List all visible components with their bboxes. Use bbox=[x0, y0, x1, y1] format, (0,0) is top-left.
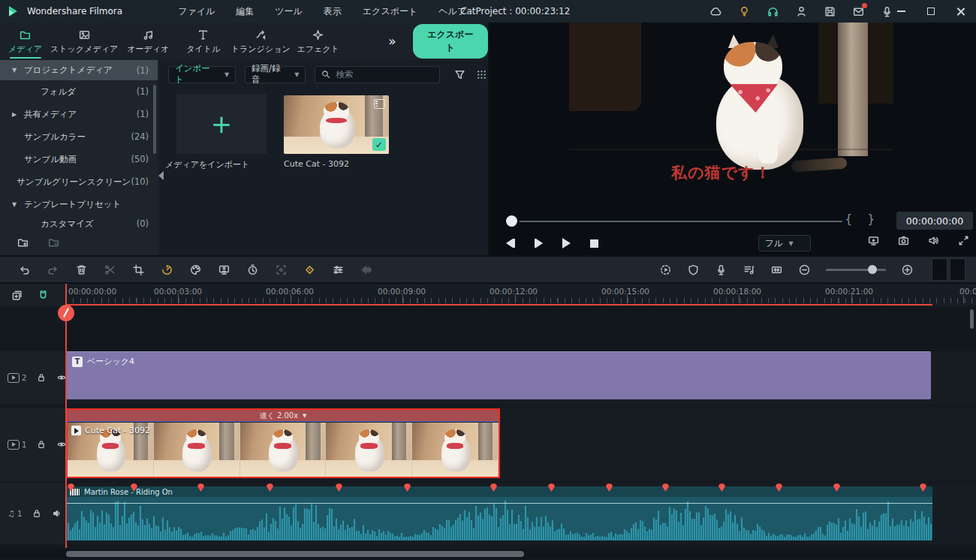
minimize-button[interactable] bbox=[886, 0, 916, 23]
zoom-in-icon[interactable] bbox=[901, 263, 914, 276]
voiceover-icon[interactable] bbox=[715, 263, 727, 276]
lock-icon[interactable] bbox=[36, 372, 47, 383]
media-item-cute-cat[interactable]: ✓ bbox=[284, 95, 389, 154]
account-icon[interactable] bbox=[795, 5, 808, 18]
tab-effects[interactable]: エフェクト bbox=[293, 23, 343, 60]
speed-badge[interactable]: 速く 2.00x ▼ bbox=[68, 410, 499, 422]
delete-folder-icon[interactable] bbox=[47, 236, 60, 249]
keyframe-icon[interactable] bbox=[303, 263, 316, 276]
clip-title-basic4[interactable]: T ベーシック4 bbox=[66, 351, 931, 399]
filter-icon[interactable] bbox=[453, 68, 466, 81]
search-box[interactable] bbox=[315, 66, 440, 83]
sidebar-item-sample-videos[interactable]: サンプル動画 (50) bbox=[0, 148, 158, 170]
save-icon[interactable] bbox=[824, 5, 836, 18]
snap-magnet-icon[interactable] bbox=[37, 289, 50, 302]
stop-button[interactable] bbox=[590, 239, 598, 248]
next-frame-button[interactable] bbox=[535, 239, 544, 248]
preview-zoom-dropdown[interactable]: フル▼ bbox=[758, 235, 811, 251]
timeline-h-scroll-thumb[interactable] bbox=[66, 551, 524, 557]
menu-export[interactable]: エクスポート bbox=[352, 5, 428, 18]
mask-icon[interactable] bbox=[687, 263, 700, 276]
maximize-button[interactable] bbox=[916, 0, 946, 23]
speaker-icon[interactable] bbox=[52, 508, 62, 519]
sidebar-item-customize[interactable]: カスタマイズ (0) bbox=[0, 215, 158, 232]
messages-icon[interactable] bbox=[852, 5, 865, 18]
chroma-key-icon[interactable] bbox=[218, 263, 230, 276]
track-video2-badge[interactable]: 2 bbox=[8, 373, 26, 383]
mark-out-button[interactable]: } bbox=[867, 212, 875, 226]
sidebar-item-project-media[interactable]: ▼ プロジェクトメディア (1) bbox=[0, 60, 158, 80]
seek-bar[interactable] bbox=[520, 221, 842, 222]
menu-view[interactable]: 表示 bbox=[313, 5, 352, 18]
marker-icon[interactable] bbox=[770, 263, 783, 276]
tab-transitions[interactable]: トランジション bbox=[228, 23, 293, 60]
seek-handle[interactable] bbox=[506, 215, 517, 227]
audio-stretch-icon[interactable] bbox=[360, 263, 373, 276]
speed-icon[interactable] bbox=[161, 263, 173, 276]
tab-audio[interactable]: オーディオ bbox=[118, 23, 178, 60]
cloud-icon[interactable] bbox=[709, 5, 722, 18]
clip-video-cute-cat-selected[interactable]: 速く 2.00x ▼ Cute Cat - 3092 bbox=[66, 408, 500, 478]
search-input[interactable] bbox=[336, 69, 426, 80]
snapshot-camera-icon[interactable] bbox=[897, 234, 910, 247]
volume-envelope-line[interactable] bbox=[66, 503, 932, 504]
sidebar-scrollbar[interactable] bbox=[153, 85, 156, 154]
sidebar-item-folder[interactable]: フォルダ (1) bbox=[0, 80, 158, 103]
zoom-out-icon[interactable] bbox=[798, 263, 811, 276]
new-folder-icon[interactable] bbox=[17, 236, 29, 249]
previous-frame-button[interactable] bbox=[506, 239, 515, 248]
play-button[interactable] bbox=[562, 238, 571, 248]
track-video1-badge[interactable]: 1 bbox=[8, 440, 26, 450]
timeline-ruler[interactable]: 00:00:00:00 00:00:03:00 00:00:06:00 00:0… bbox=[66, 284, 976, 306]
adjust-icon[interactable] bbox=[332, 263, 345, 276]
timeline-v-scroll-thumb[interactable] bbox=[970, 309, 974, 329]
fullscreen-icon[interactable] bbox=[957, 234, 970, 247]
sidebar-item-shared-media[interactable]: ▶ 共有メディア (1) bbox=[0, 103, 158, 125]
redo-icon[interactable] bbox=[47, 263, 59, 276]
menu-edit[interactable]: 編集 bbox=[225, 5, 264, 18]
tab-titles[interactable]: タイトル bbox=[178, 23, 228, 60]
clip-audio-martin-rose[interactable]: Martin Rose - Riding On bbox=[66, 486, 932, 540]
record-dropdown[interactable]: 録画/録音▼ bbox=[245, 66, 306, 83]
zoom-slider-handle[interactable] bbox=[868, 265, 877, 274]
duration-icon[interactable] bbox=[246, 263, 259, 276]
timeline-h-scrollbar[interactable] bbox=[0, 549, 976, 558]
timeline-layout-toggle-2[interactable] bbox=[950, 258, 965, 281]
library-panel: メディア ストックメディア オーディオ タイトル トランジション エフェクト »… bbox=[0, 23, 488, 255]
delete-icon[interactable] bbox=[75, 263, 88, 276]
cut-icon[interactable] bbox=[104, 263, 116, 276]
playhead-handle[interactable] bbox=[58, 305, 74, 321]
sidebar-item-sample-greenscreen[interactable]: サンプルグリーンスクリーン (10) bbox=[0, 170, 158, 193]
export-button[interactable]: エクスポート bbox=[413, 24, 488, 59]
color-icon[interactable] bbox=[189, 263, 202, 276]
dual-screen-icon[interactable] bbox=[867, 234, 880, 247]
render-preview-icon[interactable] bbox=[659, 263, 672, 276]
motion-tracking-icon[interactable] bbox=[275, 263, 288, 276]
grid-view-icon[interactable] bbox=[475, 68, 488, 81]
import-media-tile[interactable]: + bbox=[176, 94, 267, 154]
close-button[interactable] bbox=[946, 0, 976, 23]
undo-icon[interactable] bbox=[18, 263, 31, 276]
import-dropdown[interactable]: インポート▼ bbox=[168, 66, 236, 83]
tips-bulb-icon[interactable] bbox=[738, 5, 751, 18]
collapse-panel-arrow[interactable] bbox=[158, 171, 164, 180]
lock-icon[interactable] bbox=[36, 439, 47, 450]
tab-media[interactable]: メディア bbox=[0, 23, 50, 60]
sidebar-item-sample-colors[interactable]: サンプルカラー (24) bbox=[0, 125, 158, 148]
track-audio1-badge[interactable]: ♫1 bbox=[8, 509, 22, 519]
timeline-layout-toggle-1[interactable] bbox=[932, 258, 947, 281]
menu-file[interactable]: ファイル bbox=[167, 5, 225, 18]
lock-icon[interactable] bbox=[32, 508, 42, 519]
manage-tracks-icon[interactable] bbox=[11, 289, 23, 302]
tab-stock-media[interactable]: ストックメディア bbox=[50, 23, 118, 60]
audio-mixer-icon[interactable] bbox=[743, 263, 755, 276]
support-headset-icon[interactable] bbox=[767, 5, 779, 18]
more-tabs-chevrons[interactable]: » bbox=[388, 34, 394, 49]
mark-in-button[interactable]: { bbox=[845, 212, 852, 226]
timeline-zoom-slider[interactable] bbox=[826, 269, 886, 271]
volume-icon[interactable] bbox=[927, 234, 940, 247]
crop-icon[interactable] bbox=[132, 263, 145, 276]
playhead-line[interactable] bbox=[65, 284, 67, 548]
sidebar-item-template-presets[interactable]: ▼ テンプレートプリセット bbox=[0, 193, 158, 215]
menu-tools[interactable]: ツール bbox=[264, 5, 313, 18]
